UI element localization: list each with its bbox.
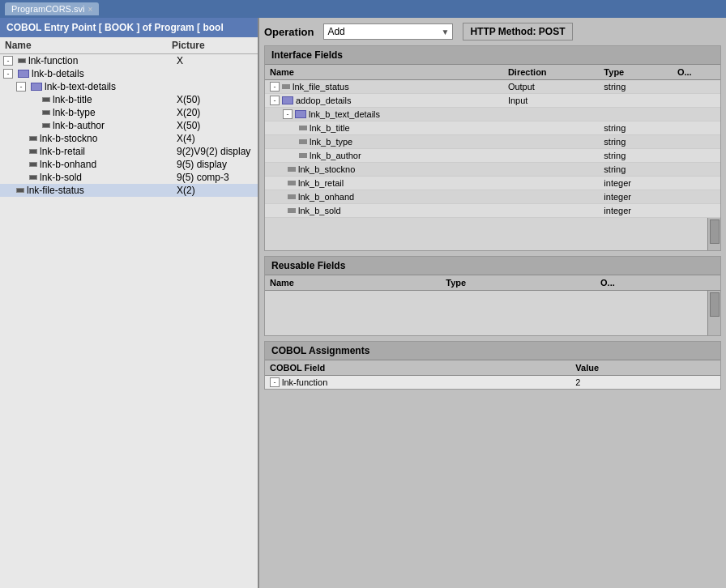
o-cell: [673, 163, 720, 177]
direction-cell: Output: [503, 80, 599, 94]
direction-cell: [503, 149, 599, 163]
o-cell: [673, 149, 720, 163]
type-cell: string: [599, 163, 673, 177]
cobol-assignments-table: COBOL Field Value - lnk-function: [265, 360, 720, 389]
expand-icon[interactable]: -: [3, 69, 13, 79]
scrollbar[interactable]: [707, 218, 720, 250]
o-cell: [673, 80, 720, 94]
reusable-fields-scroll[interactable]: [265, 291, 720, 335]
field-icon: [299, 139, 307, 144]
field-icon: [299, 153, 307, 158]
table-row[interactable]: lnk_b_type string: [265, 135, 720, 149]
left-panel-header: COBOL Entry Point [ BOOK ] of Program [ …: [0, 18, 258, 37]
field-icon: [299, 126, 307, 130]
tree-row[interactable]: lnk-b-sold 9(5) comp-3: [0, 171, 258, 184]
scrollbar-thumb[interactable]: [710, 292, 720, 317]
http-method-label: HTTP Method: POST: [463, 23, 572, 40]
interface-fields-header: Interface Fields: [265, 46, 720, 65]
field-icon: [288, 181, 296, 185]
right-panel: Operation Add ▼ HTTP Method: POST Interf…: [259, 18, 726, 588]
tree-row[interactable]: lnk-b-stockno X(4): [0, 132, 258, 145]
table-row[interactable]: lnk_b_stockno string: [265, 163, 720, 177]
expand-icon[interactable]: -: [16, 82, 26, 92]
name-cell: - lnk_file_status: [265, 80, 503, 94]
type-cell: string: [599, 135, 673, 149]
type-cell: string: [599, 149, 673, 163]
scrollbar[interactable]: [707, 291, 720, 335]
table-row[interactable]: lnk_b_onhand integer: [265, 190, 720, 204]
table-row[interactable]: - lnk-function 2: [265, 376, 720, 390]
tree-content[interactable]: - lnk-function X - lnk-b-details - lnk-b…: [0, 54, 258, 588]
expand-icon[interactable]: -: [270, 377, 280, 387]
group-icon: [282, 96, 293, 104]
table-row[interactable]: - lnk_b_text_details: [265, 108, 720, 121]
table-row[interactable]: lnk_b_sold integer: [265, 204, 720, 218]
tree-col-picture: Picture: [172, 40, 253, 51]
o-cell: [673, 121, 720, 135]
type-cell: string: [599, 121, 673, 135]
name-cell: lnk_b_type: [265, 135, 503, 149]
field-icon: [288, 194, 296, 199]
tree-label: lnk-b-details: [32, 68, 177, 79]
expand-icon[interactable]: -: [3, 56, 13, 66]
name-cell: lnk_b_author: [265, 149, 503, 163]
expand-icon[interactable]: -: [283, 109, 293, 119]
tree-label: lnk-b-stockno: [40, 133, 177, 144]
tree-row[interactable]: - lnk-b-details: [0, 67, 258, 80]
tree-col-name: Name: [5, 40, 172, 51]
col-type: Type: [441, 275, 596, 291]
tree-row[interactable]: lnk-b-retail 9(2)V9(2) display: [0, 145, 258, 158]
type-cell: integer: [599, 177, 673, 190]
tree-row[interactable]: lnk-b-author X(50): [0, 119, 258, 132]
o-cell: [673, 135, 720, 149]
interface-fields-content: Name Direction Type O... -: [265, 65, 720, 250]
type-cell: [599, 94, 673, 108]
table-row[interactable]: - lnk_file_status Output string: [265, 80, 720, 94]
table-row[interactable]: - addop_details Input: [265, 94, 720, 108]
left-panel: COBOL Entry Point [ BOOK ] of Program [ …: [0, 18, 259, 588]
operation-select[interactable]: Add ▼: [323, 23, 453, 40]
col-name: Name: [265, 275, 441, 291]
col-o: O...: [596, 275, 720, 291]
direction-cell: [503, 190, 599, 204]
tree-picture: X(50): [177, 94, 258, 105]
col-value: Value: [570, 360, 720, 376]
name-cell: - lnk_b_text_details: [265, 108, 503, 121]
tree-row[interactable]: lnk-b-onhand 9(5) display: [0, 158, 258, 171]
table-row[interactable]: lnk_b_author string: [265, 149, 720, 163]
tree-row[interactable]: - lnk-function X: [0, 54, 258, 67]
table-row[interactable]: lnk_b_title string: [265, 121, 720, 135]
field-icon: [29, 136, 37, 141]
tree-picture: X(4): [177, 133, 258, 144]
tree-row[interactable]: lnk-b-title X(50): [0, 93, 258, 106]
name-cell: lnk_b_onhand: [265, 190, 503, 204]
tree-picture: 9(2)V9(2) display: [177, 146, 258, 157]
expand-icon[interactable]: -: [270, 96, 280, 105]
tree-picture: X: [177, 55, 258, 66]
col-o: O...: [673, 65, 720, 80]
o-cell: [673, 190, 720, 204]
tree-picture: 9(5) display: [177, 159, 258, 170]
tab-programcors[interactable]: ProgramCORS.svi ×: [5, 2, 99, 15]
scrollbar-thumb[interactable]: [710, 219, 720, 244]
group-icon: [295, 110, 306, 118]
o-cell: [673, 108, 720, 121]
interface-fields-scroll[interactable]: [265, 218, 720, 250]
main-container: COBOL Entry Point [ BOOK ] of Program [ …: [0, 18, 726, 588]
group-icon: [18, 70, 29, 78]
col-direction: Direction: [503, 65, 599, 80]
interface-fields-section: Interface Fields Name Direction Type O..…: [264, 45, 721, 251]
tree-row[interactable]: - lnk-b-text-details: [0, 80, 258, 93]
tab-close-icon[interactable]: ×: [88, 5, 92, 14]
cobol-assignments-header: COBOL Assignments: [265, 342, 720, 360]
tree-row[interactable]: lnk-b-type X(20): [0, 106, 258, 119]
col-cobol-field: COBOL Field: [265, 360, 570, 376]
panel-title: COBOL Entry Point [ BOOK ] of Program [ …: [6, 22, 224, 33]
table-row[interactable]: lnk_b_retail integer: [265, 177, 720, 190]
tree-label: lnk-b-sold: [40, 172, 177, 183]
tree-row[interactable]: lnk-file-status X(2): [0, 184, 258, 197]
expand-icon[interactable]: -: [270, 82, 280, 92]
field-icon: [16, 188, 24, 193]
direction-cell: [503, 121, 599, 135]
tree-label: lnk-b-type: [53, 107, 177, 118]
